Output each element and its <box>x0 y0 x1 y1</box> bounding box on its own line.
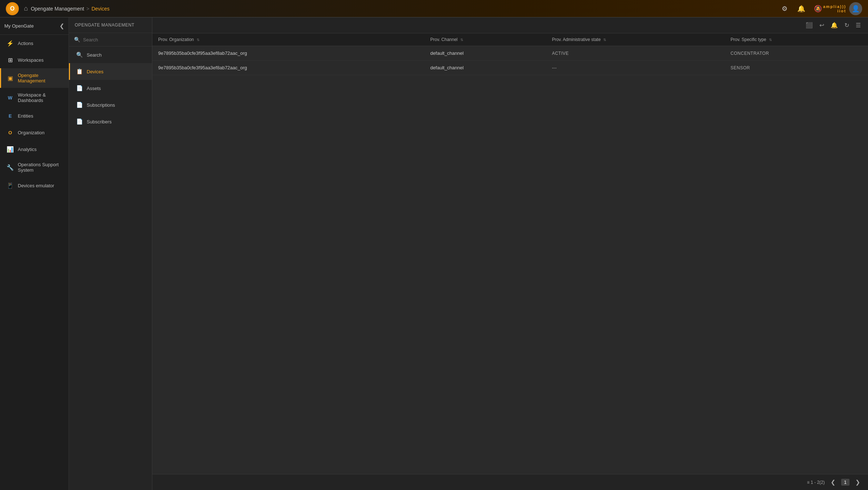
cell-prov-org: 9e7895b35ba0cfe3f95aa3ef8ab72aac_org <box>152 46 424 61</box>
submenu-item-label: Search <box>87 52 102 58</box>
devices-menu-icon: 📋 <box>76 68 83 75</box>
sidebar-item-devices-emulator[interactable]: 📱 Devices emulator <box>0 177 69 194</box>
breadcrumb-current: Devices <box>91 6 110 12</box>
top-nav: O ⌂ Opengate Management > Devices ⚙ 🔔 🔕 … <box>0 0 868 17</box>
workspaces-icon: ⊞ <box>6 56 14 64</box>
top-nav-icons: ⚙ 🔔 🔕 <box>779 4 823 14</box>
sidebar-item-workspaces[interactable]: ⊞ Workspaces <box>0 52 69 68</box>
cell-prov-specific-type: CONCENTRATOR <box>725 46 868 61</box>
col-prov-specific-type-label: Prov. Specific type <box>731 37 766 42</box>
subscriptions-menu-icon: 📄 <box>76 101 83 109</box>
analytics-icon: 📊 <box>6 145 14 153</box>
notifications-icon[interactable]: 🔔 <box>796 4 806 14</box>
submenu-header: Opengate Management <box>69 17 152 33</box>
submenu-search-row[interactable]: 🔍 <box>69 33 152 46</box>
sidebar-my-label: My OpenGate <box>4 23 34 29</box>
home-button[interactable]: ⌂ <box>24 5 28 12</box>
col-prov-specific-type[interactable]: Prov. Specific type ⇅ <box>725 33 868 46</box>
sidebar-item-label: Workspace & Dashboards <box>18 92 63 103</box>
col-prov-admin-state[interactable]: Prov. Administrative state ⇅ <box>546 33 725 46</box>
col-prov-org-label: Prov. Organization <box>158 37 194 42</box>
sidebar-item-opengate-management[interactable]: ▣ Opengate Management <box>0 68 69 88</box>
breadcrumb: Opengate Management > Devices <box>31 6 110 12</box>
refresh-icon[interactable]: ↻ <box>843 20 851 30</box>
brand-logo: amplia))) iiot <box>823 4 846 13</box>
cell-prov-admin-state: ACTIVE <box>546 46 725 61</box>
app-logo[interactable]: O <box>6 2 19 15</box>
col-prov-channel-label: Prov. Channel <box>430 37 457 42</box>
oss-icon: 🔧 <box>6 163 14 171</box>
sidebar-item-organization[interactable]: O Organization <box>0 124 69 141</box>
undo-icon[interactable]: ↩ <box>818 20 826 30</box>
pagination-info: ≡ 1 - 2(2) <box>807 480 825 485</box>
sidebar-item-label: Actions <box>18 41 33 46</box>
export-icon[interactable]: ⬛ <box>804 20 814 30</box>
brand-name: amplia))) <box>823 4 846 9</box>
sidebar-item-analytics[interactable]: 📊 Analytics <box>0 141 69 158</box>
cell-prov-channel: default_channel <box>424 46 546 61</box>
search-icon: 🔍 <box>74 37 80 42</box>
sort-icon: ⇅ <box>197 38 199 42</box>
submenu-item-label: Subscribers <box>87 119 112 124</box>
sidebar-item-label: Organization <box>18 130 45 135</box>
col-prov-channel[interactable]: Prov. Channel ⇅ <box>424 33 546 46</box>
cell-prov-channel: default_channel <box>424 61 546 75</box>
sort-icon: ⇅ <box>769 38 772 42</box>
entities-icon: E <box>6 112 14 120</box>
alert-icon[interactable]: 🔔 <box>829 20 839 30</box>
table-header-row: Prov. Organization ⇅ Prov. Channel ⇅ Pro… <box>152 33 868 46</box>
sidebar-header: My OpenGate ❮ <box>0 17 69 35</box>
table-wrapper: Prov. Organization ⇅ Prov. Channel ⇅ Pro… <box>152 33 868 474</box>
filter-icon[interactable]: ☰ <box>854 20 862 30</box>
sidebar-item-oss[interactable]: 🔧 Operations Support System <box>0 158 69 177</box>
sidebar-collapse-button[interactable]: ❮ <box>59 23 64 29</box>
sort-icon: ⇅ <box>460 38 463 42</box>
submenu-item-search[interactable]: 🔍 Search <box>69 46 152 63</box>
settings-icon[interactable]: ⚙ <box>779 4 790 14</box>
submenu-item-devices[interactable]: 📋 Devices <box>69 63 152 80</box>
user-avatar[interactable]: 👤 <box>849 2 862 15</box>
logo-text: O <box>10 5 15 12</box>
col-prov-admin-state-label: Prov. Administrative state <box>552 37 601 42</box>
sort-icon: ⇅ <box>603 38 606 42</box>
sidebar-item-entities[interactable]: E Entities <box>0 107 69 124</box>
sidebar-item-label: Entities <box>18 113 33 119</box>
actions-icon: ⚡ <box>6 39 14 47</box>
cell-prov-specific-type: SENSOR <box>725 61 868 75</box>
sidebar-item-label: Devices emulator <box>18 183 54 188</box>
sidebar-item-label: Operations Support System <box>18 162 63 173</box>
search-menu-icon: 🔍 <box>76 51 83 58</box>
sidebar-item-actions[interactable]: ⚡ Actions <box>0 35 69 52</box>
pagination-current-page: 1 <box>841 479 850 486</box>
pagination-next-button[interactable]: ❯ <box>853 478 862 486</box>
cell-prov-admin-state: --- <box>546 61 725 75</box>
sidebar-item-workspace-dashboards[interactable]: W Workspace & Dashboards <box>0 88 69 107</box>
bell-off-icon[interactable]: 🔕 <box>813 4 823 14</box>
devices-emulator-icon: 📱 <box>6 181 14 189</box>
pagination-prev-button[interactable]: ❮ <box>828 478 838 486</box>
search-input[interactable] <box>83 37 147 42</box>
sidebar-item-label: Opengate Management <box>18 73 63 83</box>
assets-menu-icon: 📄 <box>76 85 83 92</box>
submenu-panel: Opengate Management 🔍 🔍 Search 📋 Devices… <box>69 17 152 490</box>
table-row[interactable]: 9e7895b35ba0cfe3f95aa3ef8ab72aac_org def… <box>152 61 868 75</box>
toolbar: ⬛ ↩ 🔔 ↻ ☰ <box>152 17 868 33</box>
submenu-item-assets[interactable]: 📄 Assets <box>69 80 152 97</box>
submenu-item-label: Devices <box>87 69 103 74</box>
submenu-item-subscriptions[interactable]: 📄 Subscriptions <box>69 97 152 113</box>
col-prov-org[interactable]: Prov. Organization ⇅ <box>152 33 424 46</box>
sidebar-item-label: Analytics <box>18 147 37 152</box>
table-row[interactable]: 9e7895b35ba0cfe3f95aa3ef8ab72aac_org def… <box>152 46 868 61</box>
submenu-item-label: Subscriptions <box>87 102 115 108</box>
devices-table: Prov. Organization ⇅ Prov. Channel ⇅ Pro… <box>152 33 868 75</box>
table-footer: ≡ 1 - 2(2) ❮ 1 ❯ <box>152 474 868 490</box>
submenu-item-label: Assets <box>87 86 101 91</box>
layout: My OpenGate ❮ ⚡ Actions ⊞ Workspaces ▣ O… <box>0 0 868 490</box>
subscribers-menu-icon: 📄 <box>76 118 83 125</box>
sidebar-item-label: Workspaces <box>18 57 44 63</box>
cell-prov-org: 9e7895b35ba0cfe3f95aa3ef8ab72aac_org <box>152 61 424 75</box>
breadcrumb-separator: > <box>86 6 89 12</box>
workspace-dashboards-icon: W <box>6 94 14 102</box>
submenu-item-subscribers[interactable]: 📄 Subscribers <box>69 113 152 130</box>
opengate-management-icon: ▣ <box>6 74 14 82</box>
